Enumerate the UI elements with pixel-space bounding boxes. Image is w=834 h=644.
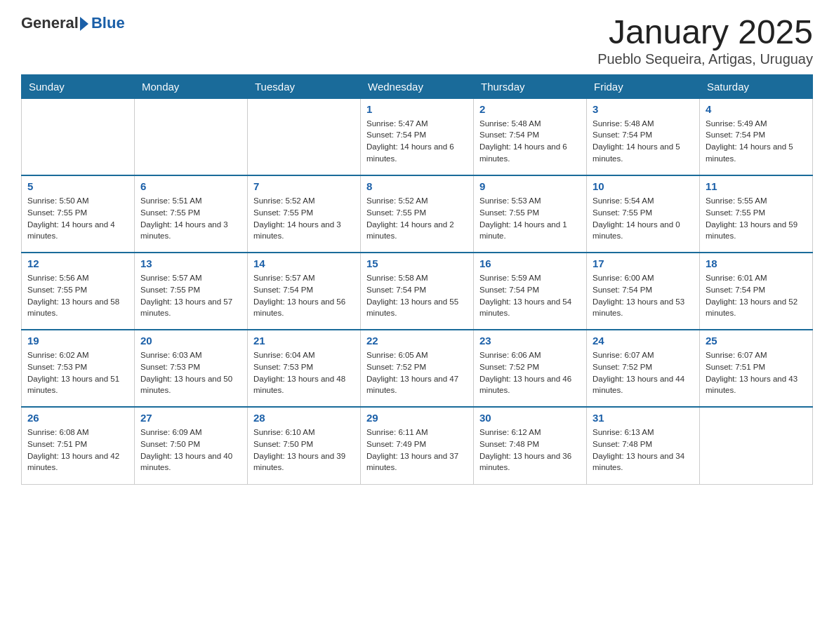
cell-sun-info: Sunrise: 5:47 AM Sunset: 7:54 PM Dayligh… [366, 118, 468, 165]
cell-sun-info: Sunrise: 6:06 AM Sunset: 7:52 PM Dayligh… [479, 349, 581, 396]
calendar-cell: 10Sunrise: 5:54 AM Sunset: 7:55 PM Dayli… [587, 175, 700, 253]
calendar-week-row: 1Sunrise: 5:47 AM Sunset: 7:54 PM Daylig… [22, 98, 813, 175]
calendar-day-header: Wednesday [361, 74, 474, 98]
calendar-day-header: Thursday [474, 74, 587, 98]
cell-sun-info: Sunrise: 5:58 AM Sunset: 7:54 PM Dayligh… [366, 272, 468, 319]
calendar-cell: 31Sunrise: 6:13 AM Sunset: 7:48 PM Dayli… [587, 407, 700, 484]
calendar-cell [248, 98, 361, 175]
calendar-cell: 27Sunrise: 6:09 AM Sunset: 7:50 PM Dayli… [135, 407, 248, 484]
cell-day-number: 31 [593, 412, 694, 424]
cell-sun-info: Sunrise: 6:12 AM Sunset: 7:48 PM Dayligh… [479, 427, 581, 474]
calendar-cell: 30Sunrise: 6:12 AM Sunset: 7:48 PM Dayli… [474, 407, 587, 484]
calendar-header-row: SundayMondayTuesdayWednesdayThursdayFrid… [22, 74, 813, 98]
calendar-week-row: 5Sunrise: 5:50 AM Sunset: 7:55 PM Daylig… [22, 175, 813, 253]
calendar-cell: 26Sunrise: 6:08 AM Sunset: 7:51 PM Dayli… [22, 407, 135, 484]
calendar-cell [135, 98, 248, 175]
cell-sun-info: Sunrise: 6:10 AM Sunset: 7:50 PM Dayligh… [253, 427, 355, 474]
cell-sun-info: Sunrise: 5:50 AM Sunset: 7:55 PM Dayligh… [27, 195, 128, 242]
cell-day-number: 22 [366, 335, 468, 347]
calendar-cell: 3Sunrise: 5:48 AM Sunset: 7:54 PM Daylig… [587, 98, 700, 175]
cell-sun-info: Sunrise: 6:07 AM Sunset: 7:51 PM Dayligh… [706, 349, 807, 396]
calendar-cell: 15Sunrise: 5:58 AM Sunset: 7:54 PM Dayli… [361, 253, 474, 330]
cell-day-number: 20 [140, 335, 241, 347]
calendar-cell: 28Sunrise: 6:10 AM Sunset: 7:50 PM Dayli… [248, 407, 361, 484]
calendar-cell: 22Sunrise: 6:05 AM Sunset: 7:52 PM Dayli… [361, 330, 474, 407]
cell-sun-info: Sunrise: 6:05 AM Sunset: 7:52 PM Dayligh… [366, 349, 468, 396]
calendar-cell: 21Sunrise: 6:04 AM Sunset: 7:53 PM Dayli… [248, 330, 361, 407]
cell-day-number: 30 [479, 412, 581, 424]
cell-sun-info: Sunrise: 5:48 AM Sunset: 7:54 PM Dayligh… [479, 118, 581, 165]
cell-day-number: 7 [253, 180, 355, 192]
cell-day-number: 26 [27, 412, 128, 424]
cell-sun-info: Sunrise: 5:52 AM Sunset: 7:55 PM Dayligh… [253, 195, 355, 242]
cell-sun-info: Sunrise: 5:52 AM Sunset: 7:55 PM Dayligh… [366, 195, 468, 242]
logo-arrow-icon [80, 17, 88, 31]
calendar-cell: 6Sunrise: 5:51 AM Sunset: 7:55 PM Daylig… [135, 175, 248, 253]
cell-sun-info: Sunrise: 5:53 AM Sunset: 7:55 PM Dayligh… [479, 195, 581, 242]
logo-blue: Blue [91, 14, 125, 32]
calendar-cell: 17Sunrise: 6:00 AM Sunset: 7:54 PM Dayli… [587, 253, 700, 330]
cell-day-number: 23 [479, 335, 581, 347]
calendar-cell: 9Sunrise: 5:53 AM Sunset: 7:55 PM Daylig… [474, 175, 587, 253]
calendar-cell: 16Sunrise: 5:59 AM Sunset: 7:54 PM Dayli… [474, 253, 587, 330]
calendar-day-header: Monday [135, 74, 248, 98]
cell-day-number: 24 [593, 335, 694, 347]
calendar-cell: 12Sunrise: 5:56 AM Sunset: 7:55 PM Dayli… [22, 253, 135, 330]
calendar-cell: 24Sunrise: 6:07 AM Sunset: 7:52 PM Dayli… [587, 330, 700, 407]
cell-day-number: 29 [366, 412, 468, 424]
cell-sun-info: Sunrise: 6:08 AM Sunset: 7:51 PM Dayligh… [27, 427, 128, 474]
cell-day-number: 27 [140, 412, 241, 424]
calendar-cell: 20Sunrise: 6:03 AM Sunset: 7:53 PM Dayli… [135, 330, 248, 407]
title-block: January 2025 Pueblo Sequeira, Artigas, U… [597, 14, 813, 67]
calendar-day-header: Friday [587, 74, 700, 98]
cell-day-number: 25 [706, 335, 807, 347]
cell-day-number: 5 [27, 180, 128, 192]
cell-sun-info: Sunrise: 5:49 AM Sunset: 7:54 PM Dayligh… [706, 118, 807, 165]
cell-sun-info: Sunrise: 6:13 AM Sunset: 7:48 PM Dayligh… [593, 427, 694, 474]
cell-sun-info: Sunrise: 6:01 AM Sunset: 7:54 PM Dayligh… [706, 272, 807, 319]
calendar-cell: 23Sunrise: 6:06 AM Sunset: 7:52 PM Dayli… [474, 330, 587, 407]
cell-sun-info: Sunrise: 5:57 AM Sunset: 7:54 PM Dayligh… [253, 272, 355, 319]
cell-sun-info: Sunrise: 6:02 AM Sunset: 7:53 PM Dayligh… [27, 349, 128, 396]
cell-sun-info: Sunrise: 5:56 AM Sunset: 7:55 PM Dayligh… [27, 272, 128, 319]
calendar-cell: 4Sunrise: 5:49 AM Sunset: 7:54 PM Daylig… [700, 98, 813, 175]
cell-day-number: 13 [140, 257, 241, 269]
calendar-day-header: Tuesday [248, 74, 361, 98]
cell-day-number: 11 [706, 180, 807, 192]
calendar-cell: 7Sunrise: 5:52 AM Sunset: 7:55 PM Daylig… [248, 175, 361, 253]
calendar-week-row: 26Sunrise: 6:08 AM Sunset: 7:51 PM Dayli… [22, 407, 813, 484]
calendar-cell: 19Sunrise: 6:02 AM Sunset: 7:53 PM Dayli… [22, 330, 135, 407]
cell-sun-info: Sunrise: 6:09 AM Sunset: 7:50 PM Dayligh… [140, 427, 241, 474]
cell-day-number: 28 [253, 412, 355, 424]
cell-sun-info: Sunrise: 6:03 AM Sunset: 7:53 PM Dayligh… [140, 349, 241, 396]
calendar-week-row: 12Sunrise: 5:56 AM Sunset: 7:55 PM Dayli… [22, 253, 813, 330]
calendar-cell: 14Sunrise: 5:57 AM Sunset: 7:54 PM Dayli… [248, 253, 361, 330]
cell-sun-info: Sunrise: 6:11 AM Sunset: 7:49 PM Dayligh… [366, 427, 468, 474]
calendar-week-row: 19Sunrise: 6:02 AM Sunset: 7:53 PM Dayli… [22, 330, 813, 407]
cell-day-number: 1 [366, 103, 468, 115]
cell-sun-info: Sunrise: 5:51 AM Sunset: 7:55 PM Dayligh… [140, 195, 241, 242]
cell-sun-info: Sunrise: 6:07 AM Sunset: 7:52 PM Dayligh… [593, 349, 694, 396]
calendar-cell: 13Sunrise: 5:57 AM Sunset: 7:55 PM Dayli… [135, 253, 248, 330]
cell-day-number: 21 [253, 335, 355, 347]
calendar-cell [22, 98, 135, 175]
cell-day-number: 16 [479, 257, 581, 269]
calendar-cell: 1Sunrise: 5:47 AM Sunset: 7:54 PM Daylig… [361, 98, 474, 175]
calendar-cell: 11Sunrise: 5:55 AM Sunset: 7:55 PM Dayli… [700, 175, 813, 253]
cell-day-number: 2 [479, 103, 581, 115]
calendar-cell: 18Sunrise: 6:01 AM Sunset: 7:54 PM Dayli… [700, 253, 813, 330]
cell-day-number: 19 [27, 335, 128, 347]
calendar-table: SundayMondayTuesdayWednesdayThursdayFrid… [21, 74, 813, 485]
cell-day-number: 8 [366, 180, 468, 192]
calendar-cell: 25Sunrise: 6:07 AM Sunset: 7:51 PM Dayli… [700, 330, 813, 407]
calendar-day-header: Saturday [700, 74, 813, 98]
cell-day-number: 15 [366, 257, 468, 269]
calendar-cell: 8Sunrise: 5:52 AM Sunset: 7:55 PM Daylig… [361, 175, 474, 253]
cell-sun-info: Sunrise: 5:59 AM Sunset: 7:54 PM Dayligh… [479, 272, 581, 319]
calendar-cell: 29Sunrise: 6:11 AM Sunset: 7:49 PM Dayli… [361, 407, 474, 484]
cell-sun-info: Sunrise: 6:00 AM Sunset: 7:54 PM Dayligh… [593, 272, 694, 319]
calendar-title: January 2025 [597, 14, 813, 51]
cell-day-number: 6 [140, 180, 241, 192]
cell-day-number: 12 [27, 257, 128, 269]
calendar-cell: 2Sunrise: 5:48 AM Sunset: 7:54 PM Daylig… [474, 98, 587, 175]
